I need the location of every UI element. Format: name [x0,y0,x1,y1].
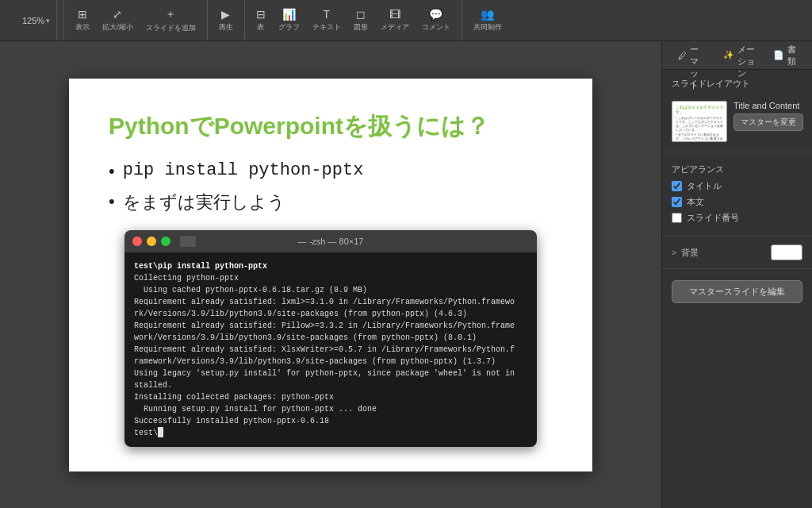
animate-icon: ✨ [723,50,734,60]
table-icon: ⊟ [256,8,266,21]
terminal-line-13: Running setup.py install for python-pptx… [134,403,527,415]
add-slide-button[interactable]: ＋ スライドを追加 [141,4,201,37]
body-checkbox-label: 本文 [687,196,704,208]
play-icon: ▶ [221,8,230,21]
view-label: 表示 [75,22,90,33]
play-group: ▶ 再生 [208,0,245,40]
terminal-window: — -zsh — 80×17 test\pip install python-p… [124,230,537,447]
terminal-line-11: stalled. [134,379,527,391]
slide-thumbnail: これはタイトルテキストです。 • これはプレースホルダーテキストです。ここで入力… [672,101,727,142]
add-slide-label: スライドを追加 [146,23,196,33]
slide-number-checkbox-label: スライド番号 [687,212,739,224]
thumbnail-info: Title and Content マスターを変更 [733,101,803,131]
terminal-line-6: Requirement already satisfied: Pillow>=3… [134,320,527,332]
zoom-button[interactable]: ⤢ 拡大/縮小 [98,5,138,36]
terminal-line-10: Using legacy 'setup.py install' for pyth… [134,368,527,379]
terminal-line-1: test\pip install python-pptx [134,260,527,272]
doc-label: 書類 [787,44,796,67]
zoom-dropdown-icon[interactable]: ▾ [46,17,50,25]
terminal-line-2: Collecting python-pptx [134,272,527,284]
play-label: 再生 [219,22,233,33]
zoom-value: 125% [22,16,44,25]
slide-number-checkbox-row: スライド番号 [672,212,802,224]
title-checkbox-label: タイトル [687,180,722,192]
collab-button[interactable]: 👥 共同制作 [469,5,507,36]
zoom-control[interactable]: 125% ▾ [16,0,57,40]
terminal-line-7: work/Versions/3.9/lib/python3.9/site-pac… [134,332,527,344]
terminal-line-15: test\ [134,427,527,439]
play-button[interactable]: ▶ 再生 [214,5,238,36]
slide-title: PythonでPowerpointを扱うには？ [109,110,553,141]
main-area: PythonでPowerpointを扱うには？ pip install pyth… [0,41,812,508]
edit-master-button[interactable]: マスタースライドを編集 [672,280,802,303]
collab-group: 👥 共同制作 [462,0,513,40]
collab-icon: 👥 [481,8,494,21]
terminal-titlebar: — -zsh — 80×17 [124,230,537,252]
chart-button[interactable]: 📊 グラフ [274,5,304,36]
slide-layout-title: スライドレイアウト [662,70,812,94]
terminal-folder-icon [180,236,196,247]
slide-bullets: pip install python-pptx をまずは実行しよう [109,160,553,215]
chart-icon: 📊 [282,8,296,21]
shape-label: 図形 [354,22,368,33]
terminal-line-14: Successfully installed python-pptx-0.6.1… [134,415,527,427]
background-section[interactable]: > 背景 [662,240,812,265]
right-panel: 🖊 フォーマット ✨ アニメーション 📄 書類 スライドレイアウト これはタイト… [661,41,812,508]
media-icon: 🎞 [389,8,400,21]
view-icon: ⊞ [78,8,87,21]
title-checkbox[interactable] [672,181,682,191]
shape-button[interactable]: ◻ 図形 [349,5,373,36]
collab-label: 共同制作 [473,22,502,33]
thumb-title-line: これはタイトルテキストです。 [676,105,723,114]
doc-button[interactable]: 📄 書類 [767,41,802,71]
terminal-minimize-dot [147,237,156,246]
terminal-line-9: ramework/Versions/3.9/lib/python3.9/site… [134,356,527,368]
terminal-line-4: Requirement already satisfied: lxml>=3.1… [134,296,527,308]
background-color-swatch[interactable] [771,244,802,260]
terminal-maximize-dot [161,237,170,246]
terminal-line-5: rk/Versions/3.9/lib/python3.9/site-packa… [134,308,527,320]
zoom-label: 拡大/縮小 [102,22,133,33]
media-button[interactable]: 🎞 メディア [376,5,414,36]
main-toolbar: 125% ▾ ⊞ 表示 ⤢ 拡大/縮小 ＋ スライドを追加 ▶ 再生 ⊟ 表 📊 [0,0,812,41]
text-icon: T [323,8,330,21]
bullet-item-2: をまずは実行しよう [109,190,553,214]
background-label: 背景 [681,247,766,259]
thumb-bullet-line-2: • 全てのスライドに表示されます。このレイアウト上に配置されているものは、そのス… [676,133,723,142]
view-group: ⊞ 表示 ⤢ 拡大/縮小 ＋ スライドを追加 [64,0,208,40]
background-expand-icon[interactable]: > [672,248,676,257]
divider-2 [662,236,812,237]
comment-icon: 💬 [429,8,442,21]
view-button[interactable]: ⊞ 表示 [71,5,94,36]
body-checkbox-row: 本文 [672,196,802,208]
chart-label: グラフ [278,22,300,33]
comment-label: コメント [422,22,450,33]
terminal-line-8: Requirement already satisfied: XlsxWrite… [134,344,527,356]
terminal-line-12: Installing collected packages: python-pp… [134,391,527,403]
shape-icon: ◻ [356,8,366,21]
table-button[interactable]: ⊟ 表 [251,5,270,36]
format-icon: 🖊 [678,51,687,60]
text-label: テキスト [312,22,341,33]
bullet-item-1: pip install python-pptx [109,160,553,183]
slide-number-checkbox[interactable] [672,213,682,223]
change-master-button[interactable]: マスターを変更 [733,114,803,131]
comment-button[interactable]: 💬 コメント [417,5,455,36]
media-label: メディア [381,22,409,33]
bullet-text-2: をまずは実行しよう [123,190,285,214]
terminal-close-dot [132,237,142,246]
doc-icon: 📄 [773,50,784,60]
appearance-title: アピアランス [672,160,802,180]
terminal-cursor [158,427,163,437]
text-button[interactable]: T テキスト [308,5,346,36]
terminal-title: — -zsh — 80×17 [298,237,364,246]
zoom-group: 125% ▾ [10,0,64,40]
title-checkbox-row: タイトル [672,180,802,192]
thumb-bullet-line-1: • これはプレースホルダーテキストです。ここで入力したテキストは、このプレゼンテ… [676,116,723,132]
layout-name: Title and Content [733,101,803,110]
slide-canvas-area[interactable]: PythonでPowerpointを扱うには？ pip install pyth… [0,41,661,508]
format-bar: 🖊 フォーマット ✨ アニメーション 📄 書類 [662,41,812,70]
body-checkbox[interactable] [672,197,682,207]
terminal-line-3: Using cached python-pptx-0.6.18.tar.gz (… [134,284,527,296]
terminal-body: test\pip install python-pptx Collecting … [124,252,537,447]
